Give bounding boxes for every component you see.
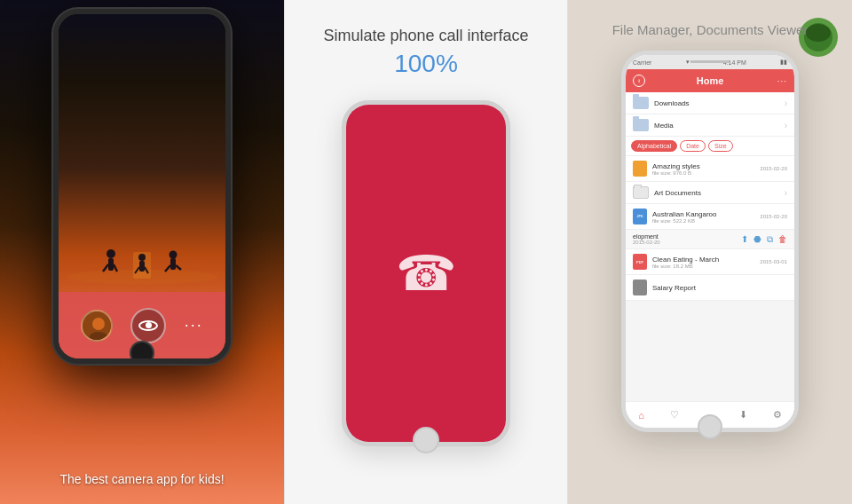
art-documents-row[interactable]: Art Documents ›	[626, 182, 794, 204]
phone2-screen: ☎	[346, 105, 506, 442]
nav-title: Home	[697, 75, 724, 86]
settings-tab-icon[interactable]: ⚙	[773, 409, 782, 421]
wifi-icon: ▾	[686, 59, 690, 66]
salary-report-info: Salary Report	[652, 284, 787, 292]
nav-bar: i Home ···	[626, 69, 794, 92]
art-documents-label: Art Documents	[654, 189, 785, 197]
home-button[interactable]	[130, 341, 154, 364]
phone3-home-button[interactable]	[698, 414, 722, 439]
downloads-folder-row[interactable]: Downloads ›	[626, 92, 794, 114]
phone2-home-button[interactable]	[413, 427, 439, 453]
download-tab-icon[interactable]: ⬇	[739, 409, 747, 421]
filter-tabs-row: Alphabetical Date Size	[626, 137, 794, 156]
eye-button[interactable]	[130, 308, 166, 343]
svg-point-19	[806, 24, 831, 42]
panel-phone-call: Simulate phone call interface 100% ☎	[284, 0, 568, 504]
media-folder-row[interactable]: Media ›	[626, 114, 794, 137]
amazing-styles-row[interactable]: Amazing styles file size: 976.0 B 2015-0…	[626, 156, 794, 182]
art-chevron-icon: ›	[785, 188, 787, 198]
amazing-styles-info: Amazing styles file size: 976.0 B	[652, 162, 760, 176]
phone3-frame: Carrier ▾ 4:14 PM ▮▮ i Home ···	[621, 51, 799, 432]
silhouette-scene	[59, 225, 225, 287]
svg-point-2	[106, 249, 115, 258]
downloads-file-info: Downloads	[654, 99, 785, 107]
filter-date[interactable]: Date	[680, 140, 706, 152]
panel2-title: Simulate phone call interface	[323, 27, 528, 45]
svg-point-15	[92, 318, 105, 330]
action-row-text: elopment 2015-02-20	[633, 233, 736, 245]
carrier-label: Carrier	[633, 59, 651, 66]
file-list-content: Downloads › Media › Alphabetic	[626, 92, 794, 401]
delete-icon[interactable]: 🗑	[778, 234, 787, 244]
svg-line-4	[103, 264, 108, 272]
kangaroo-date: 2015-02-20	[760, 214, 787, 219]
eye-pupil	[146, 322, 152, 328]
kangaroo-size: file size: 522.2 KB	[652, 218, 760, 224]
phone3-speaker	[690, 60, 730, 63]
clean-eating-label: Clean Eating - March	[652, 256, 760, 264]
copy-icon[interactable]: ⧉	[767, 234, 773, 245]
eye-icon	[138, 320, 158, 331]
phone1-screen: ···	[59, 14, 225, 358]
svg-point-6	[138, 254, 146, 261]
coffee-cup-decoration	[794, 13, 843, 66]
svg-point-10	[170, 251, 178, 259]
clean-eating-row[interactable]: PDF Clean Eating - March file size: 18.2…	[626, 249, 794, 275]
jpg-icon: JPG	[633, 209, 647, 224]
action-row: elopment 2015-02-20 ⬆ ⬣ ⧉ 🗑	[626, 230, 794, 249]
phone2-mockup: ☎	[342, 100, 510, 446]
chevron-right-icon: ›	[785, 98, 787, 108]
australian-kangaroo-row[interactable]: JPG Australian Kangaroo file size: 522.2…	[626, 204, 794, 230]
folder-icon-downloads	[633, 97, 649, 109]
clean-eating-date: 2015-03-01	[760, 259, 787, 264]
svg-line-13	[176, 265, 181, 270]
more-options-button[interactable]: ···	[185, 316, 203, 335]
downloads-label: Downloads	[654, 99, 785, 107]
filter-alphabetical[interactable]: Alphabetical	[631, 140, 677, 152]
amazing-styles-date: 2015-02-20	[760, 166, 787, 171]
media-file-info: Media	[654, 122, 785, 130]
kangaroo-label: Australian Kangaroo	[652, 210, 760, 218]
clean-eating-info: Clean Eating - March file size: 18.2 MB	[652, 256, 760, 269]
image-file-icon	[633, 161, 647, 177]
upload-icon[interactable]: ⬆	[741, 234, 748, 244]
doc-file-icon	[633, 280, 647, 295]
favorites-tab-icon[interactable]: ♡	[670, 409, 679, 421]
svg-rect-7	[139, 261, 145, 272]
panel1-caption: The best camera app for kids!	[59, 472, 224, 486]
chevron-right-icon2: ›	[785, 121, 787, 130]
amazing-styles-label: Amazing styles	[652, 162, 760, 170]
share-icon[interactable]: ⬣	[753, 234, 761, 244]
home-tab-icon[interactable]: ⌂	[638, 410, 644, 421]
phone1-frame: ···	[53, 9, 231, 364]
panel-file-manager: File Manager, Documents Viewer Carrier ▾…	[568, 0, 852, 504]
panel-camera-app: ··· The best camera app for kids!	[0, 0, 284, 504]
phone1-mockup: ···	[53, 9, 231, 364]
pdf-file-icon: PDF	[633, 254, 647, 270]
folder-icon-media	[633, 119, 649, 131]
info-button[interactable]: i	[633, 75, 645, 87]
call-icon: ☎	[396, 245, 457, 302]
battery-icon: ▮▮	[780, 59, 787, 66]
phone3-mockup: Carrier ▾ 4:14 PM ▮▮ i Home ···	[621, 51, 799, 432]
filter-size[interactable]: Size	[708, 140, 733, 152]
salary-report-label: Salary Report	[652, 284, 787, 292]
avatar-thumbnail	[81, 310, 113, 342]
phone2-frame: ☎	[342, 100, 510, 446]
svg-rect-11	[170, 258, 176, 270]
art-documents-icon	[633, 186, 649, 199]
panel2-percent: 100%	[394, 50, 458, 78]
panel3-title: File Manager, Documents Viewer	[612, 22, 809, 37]
nav-more-button[interactable]: ···	[777, 76, 787, 86]
phone3-screen: Carrier ▾ 4:14 PM ▮▮ i Home ···	[626, 55, 794, 428]
amazing-styles-size: file size: 976.0 B	[652, 170, 760, 176]
kangaroo-file-info: Australian Kangaroo file size: 522.2 KB	[652, 210, 760, 224]
svg-rect-3	[108, 258, 114, 271]
art-documents-info: Art Documents	[654, 189, 785, 197]
clean-eating-size: file size: 18.2 MB	[652, 264, 760, 269]
media-label: Media	[654, 122, 785, 130]
salary-report-row[interactable]: Salary Report	[626, 275, 794, 301]
